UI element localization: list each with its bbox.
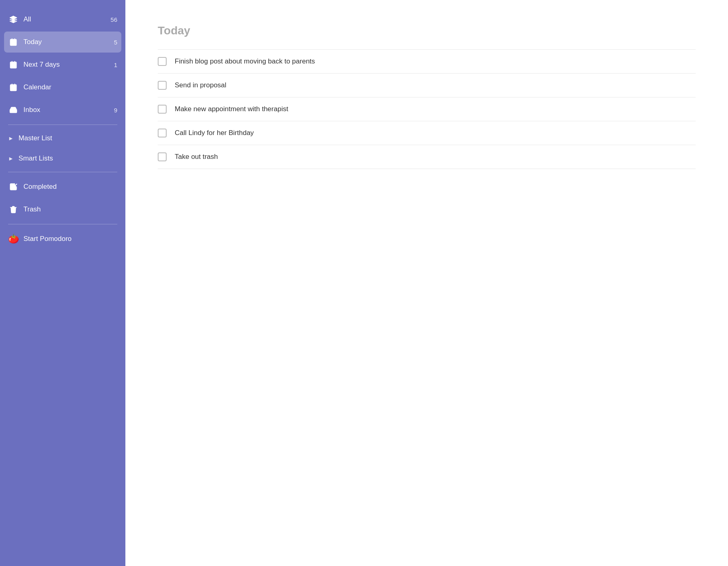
week-calendar-icon: 7 (8, 59, 19, 70)
sidebar-item-inbox-label: Inbox (23, 106, 114, 114)
sidebar-item-today[interactable]: Today 5 (4, 32, 121, 53)
divider-3 (8, 224, 117, 224)
today-calendar-icon (8, 37, 19, 47)
task-list: Finish blog post about moving back to pa… (158, 49, 696, 169)
tomato-icon: 🍅 (8, 234, 19, 244)
divider-2 (8, 172, 117, 172)
divider-1 (8, 125, 117, 125)
page-title: Today (158, 24, 696, 37)
svg-text:7: 7 (12, 65, 13, 68)
svg-rect-10 (11, 84, 17, 91)
chevron-right-icon: ► (8, 155, 14, 162)
sidebar-item-master-list-label: Master List (19, 134, 117, 142)
sidebar-item-today-count: 5 (114, 39, 117, 46)
sidebar-item-today-label: Today (23, 38, 114, 46)
sidebar-item-next7days[interactable]: 7 Next 7 days 1 (4, 54, 121, 75)
sidebar-item-inbox-count: 9 (114, 107, 117, 114)
task-label-3: Make new appointment with therapist (175, 105, 288, 113)
task-checkbox-5[interactable] (158, 152, 167, 161)
sidebar-item-trash-label: Trash (23, 205, 117, 213)
task-label-2: Send in proposal (175, 81, 226, 89)
task-item-5[interactable]: Take out trash (158, 145, 696, 169)
sidebar-item-calendar[interactable]: Calendar (4, 77, 121, 98)
task-label-1: Finish blog post about moving back to pa… (175, 57, 315, 65)
sidebar-item-all-label: All (23, 15, 110, 23)
sidebar-item-completed-label: Completed (23, 183, 117, 191)
sidebar-item-completed[interactable]: Completed (4, 176, 121, 197)
task-checkbox-1[interactable] (158, 57, 167, 66)
sidebar-item-all[interactable]: All 56 (4, 9, 121, 30)
task-item-4[interactable]: Call Lindy for her Birthday (158, 121, 696, 145)
sidebar-item-all-count: 56 (110, 16, 117, 23)
inbox-icon (8, 105, 19, 115)
sidebar-item-master-list[interactable]: ► Master List (4, 129, 121, 148)
task-checkbox-3[interactable] (158, 105, 167, 114)
svg-marker-0 (10, 16, 17, 19)
sidebar-item-inbox[interactable]: Inbox 9 (4, 99, 121, 120)
sidebar-item-smart-lists[interactable]: ► Smart Lists (4, 149, 121, 168)
task-checkbox-2[interactable] (158, 81, 167, 90)
trash-icon (8, 204, 19, 215)
sidebar-item-trash[interactable]: Trash (4, 199, 121, 220)
task-item-3[interactable]: Make new appointment with therapist (158, 97, 696, 121)
calendar-icon (8, 82, 19, 93)
sidebar-item-smart-lists-label: Smart Lists (19, 154, 117, 163)
svg-rect-14 (12, 88, 13, 89)
svg-rect-5 (11, 62, 17, 68)
sidebar-item-next7days-count: 1 (114, 61, 117, 68)
main-content: Today Finish blog post about moving back… (125, 0, 728, 566)
task-label-5: Take out trash (175, 153, 218, 161)
layers-icon (8, 14, 19, 25)
task-item-1[interactable]: Finish blog post about moving back to pa… (158, 49, 696, 74)
sidebar-item-pomodoro[interactable]: 🍅 Start Pomodoro (4, 228, 121, 249)
check-square-icon (8, 182, 19, 192)
task-label-4: Call Lindy for her Birthday (175, 129, 254, 137)
sidebar-item-pomodoro-label: Start Pomodoro (23, 235, 117, 243)
sidebar-item-calendar-label: Calendar (23, 83, 117, 91)
sidebar: All 56 Today 5 7 (0, 0, 125, 566)
task-checkbox-4[interactable] (158, 129, 167, 137)
sidebar-item-next7days-label: Next 7 days (23, 61, 114, 69)
task-item-2[interactable]: Send in proposal (158, 74, 696, 97)
chevron-right-icon: ► (8, 135, 14, 142)
